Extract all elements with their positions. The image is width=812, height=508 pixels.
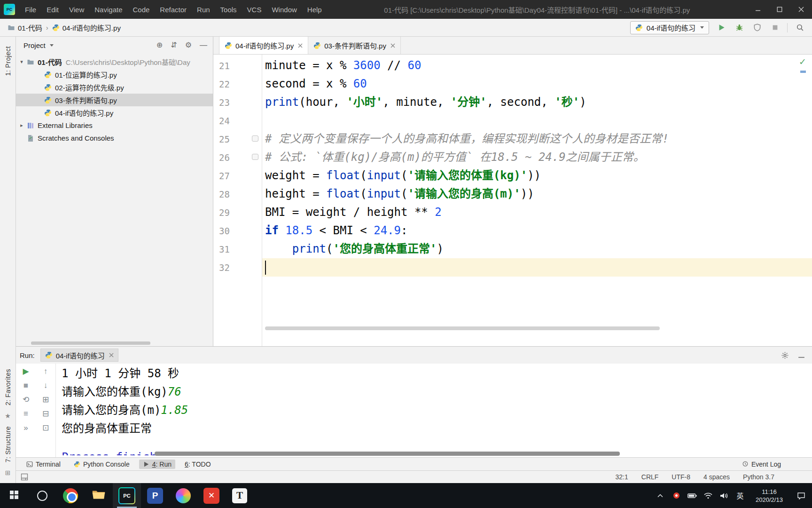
taskbar-red-app-button[interactable]: ✕ xyxy=(197,483,226,508)
stop-button[interactable] xyxy=(769,22,781,33)
menubar-item[interactable]: Help xyxy=(302,6,327,14)
breadcrumb-item[interactable]: 01-代码 xyxy=(8,23,42,32)
tree-file-row[interactable]: 01-位运算的练习.py xyxy=(16,68,213,81)
run-console[interactable]: 1 小时 1 分钟 58 秒请输入您的体重(kg)76请输入您的身高(m)1.8… xyxy=(56,364,812,457)
run-configuration-select[interactable]: 04-if语句的练习 xyxy=(630,21,709,34)
tree-file-row[interactable]: 02-运算符的优先级.py xyxy=(16,81,213,94)
tree-special-row[interactable]: ▸External Libraries xyxy=(16,119,213,132)
editor-code[interactable]: minute = x % 3600 // 60second = x % 60pr… xyxy=(262,55,812,346)
code-line[interactable]: # 定义两个变量保存一个人的身高和体重，编程实现判断这个人的身材是否正常! xyxy=(262,130,812,148)
hidden-icons-chevron-icon[interactable] xyxy=(652,483,668,508)
tree-file-row[interactable]: 03-条件判断语句.py xyxy=(16,94,213,106)
action-center-icon[interactable] xyxy=(790,483,812,508)
menubar-item[interactable]: View xyxy=(64,6,89,14)
expand-arrow-icon[interactable]: ▾ xyxy=(18,59,25,65)
menubar-item[interactable]: Code xyxy=(127,6,155,14)
tree-special-row[interactable]: Scratches and Consoles xyxy=(16,132,213,144)
menubar-item[interactable]: Tools xyxy=(215,6,242,14)
taskbar-start-button[interactable] xyxy=(0,483,28,508)
fold-marker-icon[interactable] xyxy=(252,135,258,142)
menubar-item[interactable]: Navigate xyxy=(89,6,127,14)
tool-window-button[interactable]: 6: TODO xyxy=(181,460,215,469)
close-icon[interactable] xyxy=(298,43,303,48)
editor-tab[interactable]: 03-条件判断语句.py xyxy=(308,37,401,54)
console-hscrollbar[interactable] xyxy=(155,452,620,456)
collapse-all-icon[interactable]: ⊟ xyxy=(42,410,49,418)
run-button[interactable] xyxy=(716,22,727,33)
stripe-favorites-button[interactable]: 2: Favorites xyxy=(4,369,12,405)
locate-file-icon[interactable]: ⊕ xyxy=(156,41,163,49)
menubar-item[interactable]: VCS xyxy=(242,6,267,14)
editor[interactable]: 212223242526272829303132 minute = x % 36… xyxy=(213,55,812,346)
menubar-item[interactable]: Edit xyxy=(41,6,64,14)
battery-icon[interactable] xyxy=(684,483,700,508)
tool-window-button[interactable]: Terminal xyxy=(23,460,64,469)
project-panel-title[interactable]: Project xyxy=(23,41,54,49)
breadcrumb-item[interactable]: 04-if语句的练习.py xyxy=(52,23,121,32)
maximize-button[interactable] xyxy=(769,0,790,19)
wifi-icon[interactable] xyxy=(700,483,716,508)
run-panel-tab[interactable]: 04-if语句的练习 xyxy=(40,349,118,362)
taskbar-pycharm-button[interactable]: PC xyxy=(113,483,141,508)
close-icon[interactable] xyxy=(109,353,114,357)
status-bar-item[interactable]: 32:1 xyxy=(616,473,628,481)
restore-layout-icon[interactable]: ⟲ xyxy=(23,396,29,404)
status-bar-item[interactable]: 4 spaces xyxy=(703,473,730,481)
settings-gear-icon[interactable]: ⚙ xyxy=(185,41,192,49)
taskbar-app-p-button[interactable]: P xyxy=(141,483,169,508)
minimize-button[interactable] xyxy=(747,0,769,19)
taskbar-search-button[interactable] xyxy=(28,483,56,508)
taskbar-colorful-app-button[interactable] xyxy=(169,483,197,508)
tool-window-quick-access-icon[interactable] xyxy=(21,473,28,481)
editor-hscrollbar[interactable] xyxy=(265,326,660,330)
expand-all-icon[interactable]: ⊞ xyxy=(42,396,49,404)
menubar-item[interactable]: Window xyxy=(266,6,302,14)
debug-button[interactable] xyxy=(734,22,745,33)
hide-panel-icon[interactable]: — xyxy=(200,41,207,49)
status-bar-item[interactable]: CRLF xyxy=(641,473,659,481)
search-everywhere-icon[interactable] xyxy=(794,22,805,33)
expand-arrow-icon[interactable]: ▸ xyxy=(18,122,25,128)
down-the-stack-trace-icon[interactable]: ↓ xyxy=(44,381,48,389)
status-bar-item[interactable]: Python 3.7 xyxy=(743,473,774,481)
tree-file-row[interactable]: 04-if语句的练习.py xyxy=(16,106,213,119)
ime-indicator[interactable]: 英 xyxy=(732,483,748,508)
close-button[interactable] xyxy=(790,0,812,19)
event-log-button[interactable]: Event Log xyxy=(738,460,785,469)
code-line[interactable]: second = x % 60 xyxy=(262,75,812,93)
taskbar-chrome-button[interactable] xyxy=(56,483,85,508)
soft-wrap-icon[interactable]: ≡ xyxy=(23,410,28,418)
taskbar-typora-button[interactable]: T xyxy=(226,483,254,508)
taskbar-clock[interactable]: 11:16 2020/2/13 xyxy=(748,488,790,504)
volume-icon[interactable] xyxy=(716,483,732,508)
record-indicator-icon[interactable] xyxy=(668,483,684,508)
fold-marker-icon[interactable] xyxy=(252,154,258,160)
code-line[interactable]: print('您的身高体重正常') xyxy=(262,240,812,258)
code-line[interactable]: # 公式: `体重(kg)/身高(m)的平方值` 在18.5 ~ 24.9之间属… xyxy=(262,148,812,167)
code-line[interactable]: weight = float(input('请输入您的体重(kg)')) xyxy=(262,167,812,185)
stop-button[interactable]: ■ xyxy=(23,381,28,389)
tool-window-button[interactable]: Python Console xyxy=(70,460,133,469)
editor-tab[interactable]: 04-if语句的练习.py xyxy=(219,37,308,54)
code-line[interactable]: height = float(input('请输入您的身高(m)')) xyxy=(262,185,812,203)
status-bar-item[interactable]: UTF-8 xyxy=(671,473,690,481)
hide-panel-icon[interactable] xyxy=(797,351,805,359)
code-line[interactable]: BMI = weight / height ** 2 xyxy=(262,203,812,222)
collapse-all-icon[interactable]: ⇵ xyxy=(171,41,177,49)
up-the-stack-trace-icon[interactable]: ↑ xyxy=(44,367,48,375)
code-line[interactable]: minute = x % 3600 // 60 xyxy=(262,56,812,75)
close-icon[interactable] xyxy=(390,43,395,48)
settings-gear-icon[interactable] xyxy=(781,351,789,359)
stripe-project-button[interactable]: 1: Project xyxy=(4,46,12,76)
code-line[interactable]: if 18.5 < BMI < 24.9: xyxy=(262,222,812,240)
menubar-item[interactable]: File xyxy=(20,6,41,14)
tool-window-button[interactable]: 4: Run xyxy=(139,460,175,469)
more-options-icon[interactable]: » xyxy=(23,424,28,432)
print-icon[interactable]: ⊡ xyxy=(42,424,49,432)
coverage-button[interactable] xyxy=(751,22,763,33)
tree-root-row[interactable]: ▾01-代码C:\Users\chris\Desktop\Python基础\Da… xyxy=(16,56,213,68)
project-tree-hscrollbar[interactable] xyxy=(31,341,150,345)
tool-windows-grid-icon[interactable]: ⊞ xyxy=(5,469,11,476)
rerun-button[interactable]: ▶ xyxy=(23,367,29,375)
menubar-item[interactable]: Refactor xyxy=(155,6,192,14)
